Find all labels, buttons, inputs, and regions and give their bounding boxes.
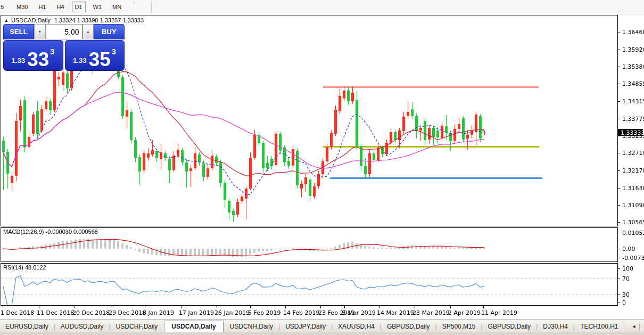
symbol-timeframe-label: USDCAD,Daily	[11, 17, 51, 23]
bid-price-prefix: 1.33	[12, 56, 25, 64]
period-button-m30[interactable]: M30	[13, 2, 31, 12]
one-click-trading-panel: SELL ▼ ▲ BUY 1.33 33 3 1.33 35 3	[3, 24, 125, 71]
period-button-d1[interactable]: D1	[72, 2, 86, 12]
tab-scroll-controls: ◄►	[624, 320, 644, 333]
volume-input[interactable]	[46, 24, 82, 39]
chart-tab-gbpusd-daily[interactable]: GBPUSD,Daily	[483, 321, 536, 332]
chart-tab-xauusd-h4[interactable]: XAUUSD,H4	[333, 321, 380, 332]
ask-price-button[interactable]: 1.33 35 3	[65, 40, 125, 71]
bid-price-big-digits: 33	[27, 52, 49, 68]
bid-price-button[interactable]: 1.33 33 3	[3, 40, 63, 71]
ask-price-prefix: 1.33	[73, 56, 86, 64]
chart-window: ▲USDCAD,Daily1.33324 1.33398 1.33257 1.3…	[0, 15, 644, 318]
symbol-marker-icon: ▲	[4, 18, 9, 23]
period-button-h1[interactable]: H1	[35, 2, 49, 12]
tab-scroll-left-icon[interactable]: ◄	[629, 324, 640, 329]
chart-title: ▲USDCAD,Daily1.33324 1.33398 1.33257 1.3…	[4, 17, 144, 23]
volume-increase-button[interactable]: ▲	[82, 24, 94, 39]
mt4-application-window: 5M30H1H4D1W1MN ▲USDCAD,Daily1.33324 1.33…	[0, 0, 644, 335]
tab-scroll-right-icon[interactable]: ►	[640, 324, 644, 329]
bid-price-pipette: 3	[50, 47, 54, 56]
ask-price-big-digits: 35	[89, 52, 111, 68]
macd-indicator-label: MACD(12,26,9) -0.000030 0.000568	[3, 228, 98, 235]
chart-tab-audusd-daily[interactable]: AUDUSD,Daily	[55, 321, 109, 332]
toolbar-separator	[151, 2, 152, 12]
period-button-mn[interactable]: MN	[109, 2, 125, 12]
chart-tab-usdcad-daily[interactable]: USDCAD,Daily	[164, 321, 223, 332]
ask-price-pipette: 3	[112, 47, 116, 56]
period-toolbar: 5M30H1H4D1W1MN	[0, 0, 644, 14]
chart-tab-bar: EURUSD,Daily|AUDUSD,Daily|USDCHF,DailyUS…	[0, 319, 644, 333]
period-button-5[interactable]: 5	[0, 2, 9, 12]
period-button-w1[interactable]: W1	[90, 2, 105, 12]
rsi-indicator-label: RSI(14) 48.0122	[3, 264, 46, 271]
toolbar-separator	[135, 2, 135, 12]
volume-decrease-button[interactable]: ▼	[34, 24, 45, 39]
buy-button[interactable]: BUY	[94, 24, 125, 39]
bottom-strip	[0, 332, 644, 335]
chart-tab-gbpusd-daily[interactable]: GBPUSD,Daily	[382, 321, 435, 332]
chart-tab-tech100-h1[interactable]: TECH100,H1	[575, 321, 623, 332]
chart-tab-usdcnh-daily[interactable]: USDCNH,Daily	[225, 321, 278, 332]
chart-tab-dj30-h4[interactable]: DJ30,H4	[538, 321, 573, 332]
chart-tab-usdjpy-daily[interactable]: USDJPY,Daily	[280, 321, 331, 332]
chart-tab-eurusd-daily[interactable]: EURUSD,Daily	[0, 321, 54, 332]
chart-tab-usdchf-daily[interactable]: USDCHF,Daily	[111, 321, 163, 332]
chart-tab-sp500-m15[interactable]: SP500,M15	[437, 321, 481, 332]
sell-button[interactable]: SELL	[3, 24, 34, 39]
period-button-h4[interactable]: H4	[53, 2, 67, 12]
ohlc-values: 1.33324 1.33398 1.33257 1.33333	[54, 17, 144, 23]
